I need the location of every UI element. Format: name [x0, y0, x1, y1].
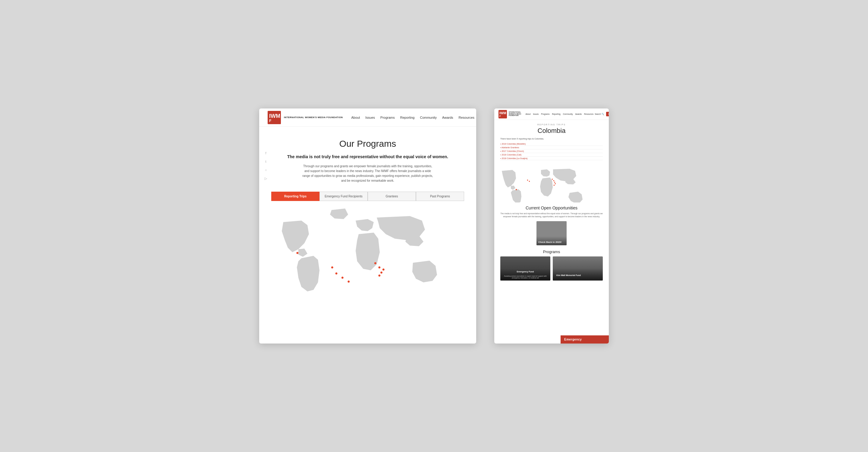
program-card-emergency[interactable]: Emergency Fund Assisting women journalis… [500, 256, 550, 281]
trip-item-2[interactable]: Adelante Grantees [500, 146, 603, 150]
right-nav-resources[interactable]: Resources [584, 113, 593, 115]
right-donate-button[interactable]: DONATE [606, 112, 609, 116]
right-nav-awards[interactable]: Awards [575, 113, 582, 115]
program-card-sublabel-1: Assisting women journalists in urgent ne… [502, 275, 549, 279]
right-nav-issues[interactable]: Issues [533, 113, 538, 115]
page-description: Through our programs and grants we empow… [301, 164, 434, 183]
nav-community[interactable]: Community [420, 116, 437, 119]
right-map-area: ● ● ● ● ● ● ● ● [494, 163, 609, 202]
programs-section: Programs Emergency Fund Assisting women … [500, 250, 603, 281]
logo-text: INTERNATIONAL WOMEN'S MEDIA FOUNDATION [284, 116, 343, 119]
right-logo-text: INTERNATIONALWOMEN'S MEDIAFOUNDATION [509, 111, 521, 117]
map-pin-1[interactable]: ● [296, 250, 299, 256]
svg-text:●: ● [516, 188, 517, 191]
main-content: Our Programs The media is not truly free… [259, 127, 476, 183]
facebook-icon[interactable]: f [264, 151, 268, 156]
tab-emergency-fund[interactable]: Emergency Fund Recipients [319, 192, 368, 201]
right-logo-area: IWM F INTERNATIONALWOMEN'S MEDIAFOUNDATI… [498, 110, 521, 119]
svg-text:●: ● [527, 179, 528, 182]
nav-awards[interactable]: Awards [442, 116, 453, 119]
map-area: ● ● ● ● ● ● ● ● ● ● [265, 201, 470, 303]
right-logo-box: IWM F [498, 110, 507, 119]
trips-count: There have been 5 reporting trips to Col… [500, 138, 603, 140]
trip-item-3[interactable]: 2017 Colombia (Chocó) [500, 150, 603, 153]
programs-title: Programs [500, 250, 603, 254]
program-tabs: Reporting Trips Emergency Fund Recipient… [271, 192, 464, 201]
right-search-icon[interactable]: 🔍 [601, 113, 604, 116]
svg-text:IWM: IWM [499, 111, 506, 115]
logo-area: IWM F INTERNATIONAL WOMEN'S MEDIA FOUNDA… [268, 111, 343, 124]
right-nav-links: About Issues Programs Reporting Communit… [525, 113, 593, 115]
nav-issues[interactable]: Issues [365, 116, 375, 119]
check-back-card: Check Back in 2020! [536, 221, 567, 245]
page-title: Our Programs [283, 139, 452, 149]
right-nav-community[interactable]: Community [563, 113, 573, 115]
map-pin-4[interactable]: ● [341, 275, 344, 280]
nav-programs[interactable]: Programs [380, 116, 395, 119]
map-pin-5[interactable]: ● [347, 279, 350, 284]
logo-box: IWM F [268, 111, 281, 124]
tab-past-programs[interactable]: Past Programs [416, 192, 464, 201]
youtube-icon[interactable]: ▷ [264, 176, 268, 181]
page-subtitle: The media is not truly free and represen… [283, 154, 452, 159]
right-navbar: IWM F INTERNATIONALWOMEN'S MEDIAFOUNDATI… [494, 108, 609, 120]
left-navbar: IWM F INTERNATIONAL WOMEN'S MEDIA FOUNDA… [259, 108, 476, 127]
map-pin-6[interactable]: ● [374, 260, 377, 266]
nav-resources[interactable]: Resources [459, 116, 475, 119]
trip-item-5[interactable]: 2018 Colombia (La Guajira) [500, 157, 603, 160]
trip-item-1[interactable]: 2019 Colombia (Medellin) [500, 142, 603, 146]
nav-links: About Issues Programs Reporting Communit… [351, 116, 475, 119]
map-pin-2[interactable]: ● [331, 265, 334, 270]
check-back-text: Check Back in 2020! [538, 241, 561, 244]
svg-text:●: ● [529, 180, 530, 183]
social-sidebar: f t ○ ▷ [264, 151, 268, 181]
opportunities-section: Current Open Opportunities The media is … [500, 202, 603, 245]
tab-grantees[interactable]: Grantees [368, 192, 416, 201]
right-nav-about[interactable]: About [525, 113, 530, 115]
opportunities-desc: The media is not truly free and represen… [500, 212, 603, 218]
nav-reporting[interactable]: Reporting [400, 116, 415, 119]
trip-item-4[interactable]: 2016 Colombia (Cali) [500, 153, 603, 157]
program-card-label-1: Emergency Fund [502, 268, 549, 275]
svg-text:F: F [269, 119, 271, 123]
right-browser-window: IWM F INTERNATIONALWOMEN'S MEDIAFOUNDATI… [494, 108, 609, 344]
instagram-icon[interactable]: ○ [264, 167, 268, 172]
svg-text:IWM: IWM [269, 113, 280, 119]
map-pin-3[interactable]: ● [335, 270, 338, 276]
program-card-kim-wall[interactable]: Kim Wall Memorial Fund [553, 256, 603, 281]
map-pin-7[interactable]: ● [378, 265, 381, 270]
right-nav-programs[interactable]: Programs [541, 113, 550, 115]
right-nav-reporting[interactable]: Reporting [552, 113, 560, 115]
reporting-trips-label: REPORTING TRIPS [500, 124, 603, 126]
left-browser-window: IWM F INTERNATIONAL WOMEN'S MEDIA FOUNDA… [259, 108, 476, 344]
map-pin-10[interactable]: ● [378, 273, 381, 278]
emergency-badge: Emergency [561, 335, 609, 344]
opportunities-title: Current Open Opportunities [500, 205, 603, 210]
tab-reporting-trips[interactable]: Reporting Trips [271, 192, 319, 201]
right-search-label: Search [595, 113, 601, 115]
svg-text:F: F [499, 115, 501, 118]
right-main-content: REPORTING TRIPS Colombia There have been… [494, 120, 609, 284]
program-card-label-2: Kim Wall Memorial Fund [555, 272, 583, 279]
trips-list: 2019 Colombia (Medellin) Adelante Grante… [500, 142, 603, 160]
svg-text:●: ● [553, 184, 555, 187]
colombia-title: Colombia [500, 127, 603, 135]
nav-about[interactable]: About [351, 116, 360, 119]
right-search-area[interactable]: Search 🔍 [595, 113, 604, 116]
twitter-icon[interactable]: t [264, 159, 268, 164]
program-cards: Emergency Fund Assisting women journalis… [500, 256, 603, 281]
